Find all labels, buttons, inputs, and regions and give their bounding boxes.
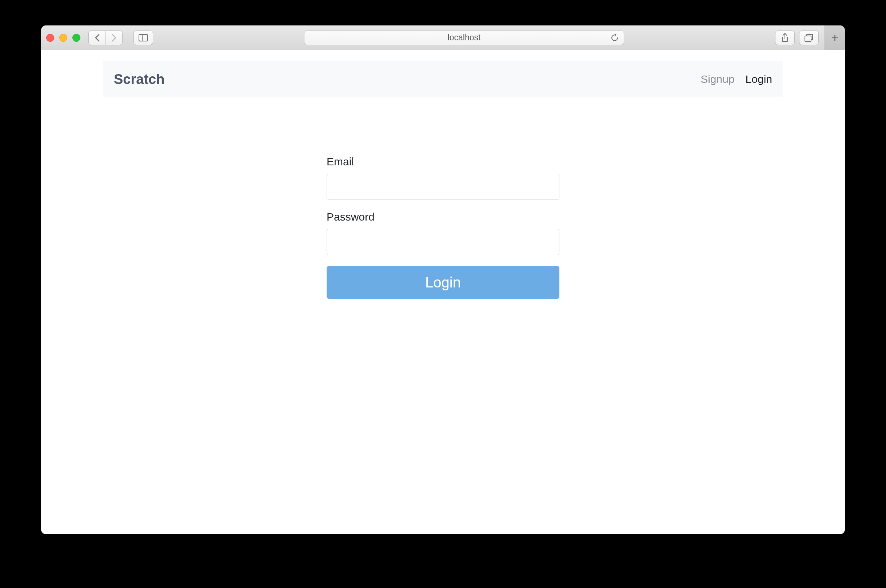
close-window-button[interactable] — [46, 34, 54, 42]
address-text: localhost — [448, 33, 481, 42]
share-icon — [781, 33, 789, 42]
forward-button[interactable] — [105, 31, 122, 45]
password-group: Password — [326, 211, 560, 255]
chevron-left-icon — [95, 34, 100, 42]
svg-rect-2 — [805, 36, 811, 41]
share-button[interactable] — [775, 30, 795, 45]
page-content: Scratch Signup Login Email Password Logi… — [41, 50, 845, 299]
address-bar[interactable]: localhost — [304, 30, 624, 45]
signup-link[interactable]: Signup — [701, 73, 734, 86]
login-button[interactable]: Login — [326, 266, 560, 299]
chevron-right-icon — [112, 34, 117, 42]
login-link[interactable]: Login — [746, 73, 772, 86]
email-label: Email — [326, 156, 560, 168]
browser-toolbar: localhost + — [41, 26, 845, 50]
password-label: Password — [326, 211, 560, 223]
email-field[interactable] — [326, 174, 560, 200]
navigation-buttons — [89, 30, 123, 45]
reload-icon — [611, 33, 619, 42]
password-field[interactable] — [326, 229, 560, 255]
login-form: Email Password Login — [326, 156, 560, 299]
plus-icon: + — [832, 30, 839, 45]
maximize-window-button[interactable] — [72, 34, 80, 42]
email-group: Email — [326, 156, 560, 200]
svg-rect-0 — [139, 34, 148, 41]
sidebar-toggle-button[interactable] — [134, 30, 153, 45]
browser-viewport: Scratch Signup Login Email Password Logi… — [41, 50, 845, 534]
app-navbar: Scratch Signup Login — [103, 61, 783, 98]
window-controls — [46, 34, 80, 42]
toolbar-right — [775, 30, 819, 45]
brand[interactable]: Scratch — [114, 72, 164, 87]
new-tab-button[interactable]: + — [824, 26, 845, 50]
tabs-icon — [805, 34, 813, 42]
sidebar-icon — [138, 34, 148, 41]
nav-links: Signup Login — [701, 73, 772, 86]
reload-button[interactable] — [611, 33, 619, 42]
back-button[interactable] — [89, 31, 105, 45]
tabs-button[interactable] — [799, 30, 819, 45]
browser-window: localhost + Scratch Signup — [41, 26, 845, 534]
minimize-window-button[interactable] — [59, 34, 67, 42]
